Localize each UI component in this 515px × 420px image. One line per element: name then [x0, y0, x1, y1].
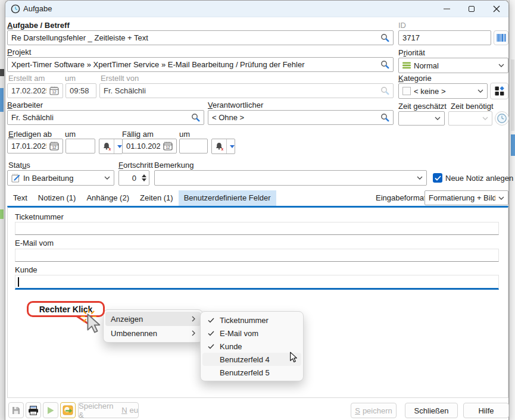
search-icon[interactable] — [380, 113, 389, 122]
tab-text[interactable]: Text — [8, 190, 33, 206]
custom-field-label-kunde: Kunde — [15, 265, 38, 274]
chevron-down-icon — [498, 196, 504, 200]
submenu-item-label: Benutzerfeld 5 — [220, 368, 270, 377]
category-picker-icon — [495, 86, 504, 96]
submenu-item-benutzerfeld-5[interactable]: Benutzerfeld 5 — [202, 366, 301, 379]
save-and-new-button[interactable]: Speichern & Neu — [78, 402, 139, 418]
menu-item-label: Umbenennen — [111, 329, 157, 338]
title-bar[interactable]: Aufgabe — [5, 1, 508, 17]
background-scrollbar-fragment — [0, 88, 4, 112]
search-icon[interactable] — [191, 113, 200, 122]
submenu-item-email-vom[interactable]: E-Mail vom — [202, 327, 301, 340]
start-reminder-splitbutton[interactable]: x — [99, 139, 123, 154]
reminder-dropdown-arrow-icon[interactable] — [230, 145, 235, 148]
category-label: Kategorie — [398, 74, 432, 83]
start-date-input[interactable]: 17.01.2025 12 — [7, 139, 63, 153]
close-dialog-button[interactable]: Schließen — [405, 403, 458, 418]
status-dropdown[interactable]: In Bearbeitung — [7, 170, 114, 186]
id-input[interactable]: 3717 — [398, 30, 491, 45]
menu-item-anzeigen[interactable]: Anzeigen — [105, 312, 201, 326]
status-edit-icon — [11, 174, 20, 183]
remark-combo[interactable] — [154, 170, 427, 186]
submenu-item-ticketnummer[interactable]: Ticketnummer — [202, 314, 301, 327]
progress-value: 0 — [121, 174, 136, 183]
tab-notizen[interactable]: Notizen (1) — [33, 190, 82, 206]
svg-text:x: x — [108, 147, 111, 151]
new-note-label[interactable]: Neue Notiz anlegen — [445, 174, 513, 183]
reminder-bell-off-icon[interactable]: x — [212, 139, 227, 153]
custom-field-input-kunde[interactable] — [15, 275, 499, 290]
time-required-label: Zeit benötigt — [451, 102, 494, 111]
print-button[interactable] — [26, 402, 41, 418]
spinner-down-icon[interactable] — [142, 178, 146, 181]
play-icon — [46, 406, 55, 415]
spinner-up-icon[interactable] — [142, 174, 146, 177]
archive-button[interactable] — [60, 402, 76, 418]
calendar-icon: 12 — [49, 86, 59, 95]
progress-label: Fortschritt — [118, 161, 153, 170]
due-date-label: Fällig am — [122, 130, 154, 139]
subject-input[interactable]: Re Darstellungsfehler _ Zeitleiste + Tex… — [7, 30, 394, 45]
menu-item-umbenennen[interactable]: Umbenennen — [105, 326, 201, 340]
assignee-input[interactable]: Fr. Schälchli — [7, 110, 204, 125]
menu-item-label: Anzeigen — [111, 315, 143, 324]
submenu-arrow-icon — [192, 315, 195, 324]
priority-label: Priorität — [398, 48, 425, 57]
calendar-icon[interactable]: 12 — [49, 142, 59, 151]
due-date-input[interactable]: 01.10.2025 12 — [122, 139, 177, 153]
barcode-button[interactable] — [494, 30, 508, 45]
submenu-item-benutzerfeld-4[interactable]: Benutzerfeld 4 — [202, 353, 301, 366]
category-dropdown[interactable]: < keine > — [398, 83, 488, 99]
responsible-input[interactable]: < Ohne > — [208, 110, 394, 125]
reminder-bell-off-icon[interactable]: x — [99, 139, 114, 153]
project-label: Projekt — [7, 48, 31, 57]
tab-benutzerdefinierte-felder[interactable]: Benutzerdefinierte Felder — [179, 190, 276, 206]
save-button[interactable]: Speichern — [351, 403, 397, 418]
project-input[interactable]: Xpert-Timer Software » XpertTimer Servic… — [7, 57, 394, 72]
chevron-down-icon — [104, 176, 110, 180]
category-picker-button[interactable] — [490, 83, 508, 99]
tab-zeiten[interactable]: Zeiten (1) — [135, 190, 179, 206]
time-estimated-combo[interactable] — [398, 111, 445, 126]
close-button[interactable] — [485, 1, 508, 17]
search-icon[interactable] — [380, 33, 389, 42]
submenu-item-kunde[interactable]: Kunde — [202, 340, 301, 353]
chevron-down-icon — [417, 176, 423, 180]
category-color-swatch — [402, 87, 411, 95]
start-time-label: um — [65, 130, 76, 139]
start-timer-button[interactable] — [43, 402, 58, 418]
due-time-input[interactable] — [179, 139, 208, 153]
submenu-item-label: Kunde — [220, 342, 242, 351]
custom-field-label-email-vom: E-Mail vom — [15, 239, 54, 247]
check-icon — [208, 331, 220, 336]
minimize-button[interactable] — [435, 1, 458, 17]
created-by-label: Erstellt von — [101, 74, 139, 83]
calendar-icon[interactable]: 12 — [163, 142, 173, 151]
custom-field-input-email-vom[interactable] — [15, 249, 499, 262]
input-format-dropdown[interactable]: Formatierung + Bilder — [425, 190, 508, 205]
created-on-value: 17.02.2025 — [11, 86, 46, 95]
help-button[interactable]: Hilfe — [463, 403, 509, 418]
tab-anhaenge[interactable]: Anhänge (2) — [81, 190, 135, 206]
new-note-checkbox[interactable] — [433, 173, 442, 183]
responsible-value: < Ohne > — [212, 113, 377, 122]
reminder-dropdown-arrow-icon[interactable] — [117, 145, 122, 148]
clock-icon — [11, 4, 20, 14]
time-required-combo — [448, 111, 492, 126]
save-toolbar-button[interactable] — [8, 402, 24, 418]
chevron-down-icon — [477, 89, 483, 93]
id-label: ID — [398, 21, 406, 30]
progress-spinner[interactable]: 0 — [118, 170, 149, 186]
background-fragment — [0, 209, 4, 219]
priority-dropdown[interactable]: Normal — [398, 58, 508, 73]
assignee-label: Bearbeiter — [7, 101, 43, 109]
search-icon[interactable] — [380, 60, 389, 69]
maximize-button[interactable] — [460, 1, 483, 17]
background-window-left — [0, 0, 5, 420]
custom-field-input-ticketnummer[interactable] — [15, 222, 499, 235]
print-icon — [28, 406, 39, 415]
start-time-input[interactable] — [65, 139, 95, 153]
time-clock-button[interactable] — [495, 111, 509, 126]
time-estimated-label: Zeit geschätzt — [398, 102, 447, 111]
due-reminder-splitbutton[interactable]: x — [211, 139, 235, 154]
